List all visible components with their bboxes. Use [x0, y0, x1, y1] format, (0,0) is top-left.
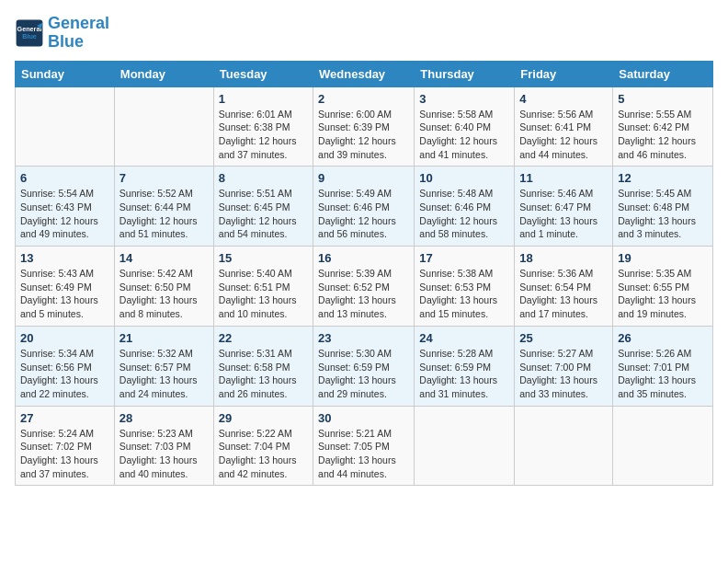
- day-number: 23: [318, 331, 409, 345]
- logo-text: GeneralBlue: [48, 15, 109, 52]
- cell-info: Sunrise: 5:34 AM Sunset: 6:56 PM Dayligh…: [20, 347, 109, 401]
- cell-info: Sunrise: 6:00 AM Sunset: 6:39 PM Dayligh…: [318, 108, 409, 162]
- cell-info: Sunrise: 5:54 AM Sunset: 6:43 PM Dayligh…: [20, 187, 109, 241]
- day-number: 2: [318, 92, 409, 106]
- cell-info: Sunrise: 5:46 AM Sunset: 6:47 PM Dayligh…: [519, 187, 608, 241]
- cell-2-5: 10Sunrise: 5:48 AM Sunset: 6:46 PM Dayli…: [415, 167, 515, 247]
- day-number: 28: [119, 411, 209, 425]
- cell-info: Sunrise: 5:58 AM Sunset: 6:40 PM Dayligh…: [419, 108, 509, 162]
- day-number: 14: [119, 251, 209, 265]
- cell-5-6: [515, 406, 613, 486]
- cell-info: Sunrise: 5:48 AM Sunset: 6:46 PM Dayligh…: [419, 187, 509, 241]
- cell-info: Sunrise: 5:21 AM Sunset: 7:05 PM Dayligh…: [318, 427, 409, 481]
- cell-2-6: 11Sunrise: 5:46 AM Sunset: 6:47 PM Dayli…: [515, 167, 613, 247]
- cell-4-2: 21Sunrise: 5:32 AM Sunset: 6:57 PM Dayli…: [114, 326, 213, 406]
- day-number: 3: [419, 92, 509, 106]
- cell-info: Sunrise: 5:40 AM Sunset: 6:51 PM Dayligh…: [219, 267, 308, 321]
- day-number: 10: [419, 171, 509, 185]
- cell-info: Sunrise: 5:30 AM Sunset: 6:59 PM Dayligh…: [318, 347, 409, 401]
- week-row-5: 27Sunrise: 5:24 AM Sunset: 7:02 PM Dayli…: [16, 406, 713, 486]
- day-number: 26: [618, 331, 708, 345]
- day-number: 1: [219, 92, 308, 106]
- day-number: 9: [318, 171, 409, 185]
- day-number: 20: [20, 331, 109, 345]
- cell-1-2: [114, 86, 213, 167]
- cell-1-7: 5Sunrise: 5:55 AM Sunset: 6:42 PM Daylig…: [613, 86, 713, 167]
- day-number: 19: [618, 251, 708, 265]
- cell-3-3: 15Sunrise: 5:40 AM Sunset: 6:51 PM Dayli…: [213, 247, 313, 327]
- cell-info: Sunrise: 6:01 AM Sunset: 6:38 PM Dayligh…: [219, 108, 308, 162]
- cell-info: Sunrise: 5:28 AM Sunset: 6:59 PM Dayligh…: [419, 347, 509, 401]
- logo-icon: General Blue: [15, 18, 44, 48]
- day-number: 22: [219, 331, 308, 345]
- cell-info: Sunrise: 5:55 AM Sunset: 6:42 PM Dayligh…: [618, 108, 708, 162]
- cell-info: Sunrise: 5:24 AM Sunset: 7:02 PM Dayligh…: [20, 427, 109, 481]
- cell-5-4: 30Sunrise: 5:21 AM Sunset: 7:05 PM Dayli…: [313, 406, 415, 486]
- cell-2-2: 7Sunrise: 5:52 AM Sunset: 6:44 PM Daylig…: [114, 167, 213, 247]
- cell-4-1: 20Sunrise: 5:34 AM Sunset: 6:56 PM Dayli…: [16, 326, 115, 406]
- calendar-table: SundayMondayTuesdayWednesdayThursdayFrid…: [15, 61, 713, 487]
- weekday-sunday: Sunday: [16, 61, 115, 86]
- cell-1-3: 1Sunrise: 6:01 AM Sunset: 6:38 PM Daylig…: [213, 86, 313, 167]
- day-number: 8: [219, 171, 308, 185]
- weekday-monday: Monday: [114, 61, 213, 86]
- cell-info: Sunrise: 5:38 AM Sunset: 6:53 PM Dayligh…: [419, 267, 509, 321]
- weekday-wednesday: Wednesday: [313, 61, 415, 86]
- day-number: 27: [20, 411, 109, 425]
- cell-info: Sunrise: 5:45 AM Sunset: 6:48 PM Dayligh…: [618, 187, 708, 241]
- cell-info: Sunrise: 5:23 AM Sunset: 7:03 PM Dayligh…: [119, 427, 209, 481]
- cell-4-7: 26Sunrise: 5:26 AM Sunset: 7:01 PM Dayli…: [613, 326, 713, 406]
- cell-3-2: 14Sunrise: 5:42 AM Sunset: 6:50 PM Dayli…: [114, 247, 213, 327]
- week-row-2: 6Sunrise: 5:54 AM Sunset: 6:43 PM Daylig…: [16, 167, 713, 247]
- cell-1-1: [16, 86, 115, 167]
- day-number: 5: [618, 92, 708, 106]
- day-number: 15: [219, 251, 308, 265]
- cell-5-7: [613, 406, 713, 486]
- day-number: 7: [119, 171, 209, 185]
- day-number: 4: [519, 92, 608, 106]
- cell-1-5: 3Sunrise: 5:58 AM Sunset: 6:40 PM Daylig…: [415, 86, 515, 167]
- cell-2-4: 9Sunrise: 5:49 AM Sunset: 6:46 PM Daylig…: [313, 167, 415, 247]
- calendar-body: 1Sunrise: 6:01 AM Sunset: 6:38 PM Daylig…: [16, 86, 713, 486]
- day-number: 6: [20, 171, 109, 185]
- cell-1-6: 4Sunrise: 5:56 AM Sunset: 6:41 PM Daylig…: [515, 86, 613, 167]
- cell-4-5: 24Sunrise: 5:28 AM Sunset: 6:59 PM Dayli…: [415, 326, 515, 406]
- day-number: 17: [419, 251, 509, 265]
- cell-info: Sunrise: 5:22 AM Sunset: 7:04 PM Dayligh…: [219, 427, 308, 481]
- cell-info: Sunrise: 5:35 AM Sunset: 6:55 PM Dayligh…: [618, 267, 708, 321]
- cell-4-3: 22Sunrise: 5:31 AM Sunset: 6:58 PM Dayli…: [213, 326, 313, 406]
- day-number: 29: [219, 411, 308, 425]
- cell-3-1: 13Sunrise: 5:43 AM Sunset: 6:49 PM Dayli…: [16, 247, 115, 327]
- day-number: 18: [519, 251, 608, 265]
- cell-2-7: 12Sunrise: 5:45 AM Sunset: 6:48 PM Dayli…: [613, 167, 713, 247]
- cell-3-4: 16Sunrise: 5:39 AM Sunset: 6:52 PM Dayli…: [313, 247, 415, 327]
- cell-5-1: 27Sunrise: 5:24 AM Sunset: 7:02 PM Dayli…: [16, 406, 115, 486]
- header: General Blue GeneralBlue: [15, 15, 713, 52]
- day-number: 12: [618, 171, 708, 185]
- cell-info: Sunrise: 5:43 AM Sunset: 6:49 PM Dayligh…: [20, 267, 109, 321]
- cell-info: Sunrise: 5:39 AM Sunset: 6:52 PM Dayligh…: [318, 267, 409, 321]
- cell-info: Sunrise: 5:42 AM Sunset: 6:50 PM Dayligh…: [119, 267, 209, 321]
- week-row-3: 13Sunrise: 5:43 AM Sunset: 6:49 PM Dayli…: [16, 247, 713, 327]
- weekday-thursday: Thursday: [415, 61, 515, 86]
- day-number: 30: [318, 411, 409, 425]
- cell-info: Sunrise: 5:51 AM Sunset: 6:45 PM Dayligh…: [219, 187, 308, 241]
- cell-3-6: 18Sunrise: 5:36 AM Sunset: 6:54 PM Dayli…: [515, 247, 613, 327]
- day-number: 25: [519, 331, 608, 345]
- cell-2-1: 6Sunrise: 5:54 AM Sunset: 6:43 PM Daylig…: [16, 167, 115, 247]
- weekday-saturday: Saturday: [613, 61, 713, 86]
- logo: General Blue GeneralBlue: [15, 15, 109, 52]
- cell-info: Sunrise: 5:52 AM Sunset: 6:44 PM Dayligh…: [119, 187, 209, 241]
- week-row-1: 1Sunrise: 6:01 AM Sunset: 6:38 PM Daylig…: [16, 86, 713, 167]
- cell-info: Sunrise: 5:26 AM Sunset: 7:01 PM Dayligh…: [618, 347, 708, 401]
- weekday-tuesday: Tuesday: [213, 61, 313, 86]
- cell-info: Sunrise: 5:31 AM Sunset: 6:58 PM Dayligh…: [219, 347, 308, 401]
- day-number: 11: [519, 171, 608, 185]
- cell-3-7: 19Sunrise: 5:35 AM Sunset: 6:55 PM Dayli…: [613, 247, 713, 327]
- cell-2-3: 8Sunrise: 5:51 AM Sunset: 6:45 PM Daylig…: [213, 167, 313, 247]
- day-number: 16: [318, 251, 409, 265]
- cell-info: Sunrise: 5:36 AM Sunset: 6:54 PM Dayligh…: [519, 267, 608, 321]
- cell-5-2: 28Sunrise: 5:23 AM Sunset: 7:03 PM Dayli…: [114, 406, 213, 486]
- cell-5-5: [415, 406, 515, 486]
- day-number: 13: [20, 251, 109, 265]
